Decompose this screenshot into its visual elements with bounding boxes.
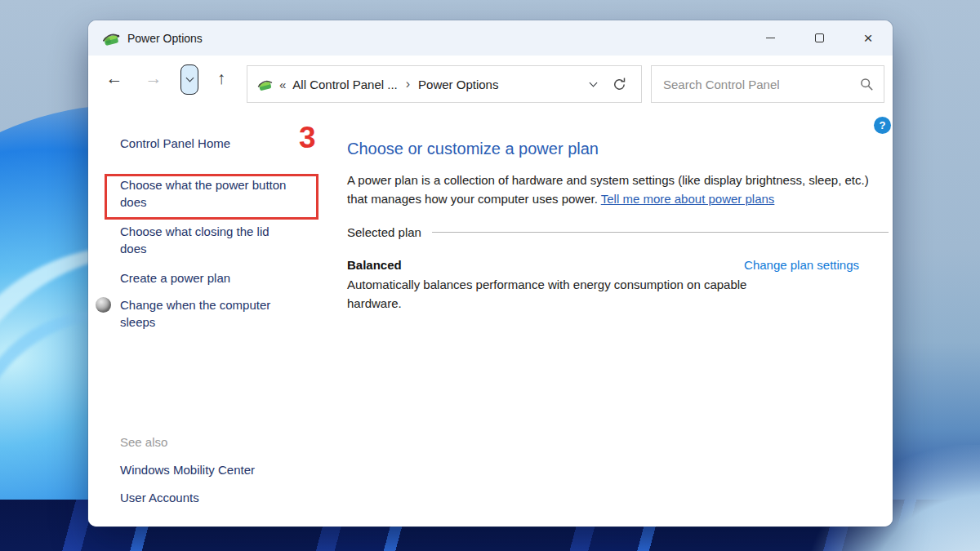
forward-button[interactable]: →: [137, 62, 170, 95]
section-divider: [432, 232, 889, 233]
plan-name: Balanced: [347, 258, 402, 272]
up-button[interactable]: ↑: [205, 62, 238, 95]
minimize-button[interactable]: [746, 20, 795, 56]
window-title: Power Options: [127, 32, 203, 45]
power-options-battery-icon: [102, 29, 120, 47]
search-input[interactable]: [663, 78, 860, 91]
up-arrow-icon: ↑: [217, 69, 226, 88]
sidebar-item-control-panel-home[interactable]: Control Panel Home: [120, 135, 296, 152]
forward-arrow-icon: →: [145, 69, 163, 88]
breadcrumb-all-control-panel[interactable]: All Control Panel ...: [292, 78, 397, 91]
question-mark-icon: ?: [880, 119, 886, 131]
sidebar-item-closing-lid[interactable]: Choose what closing the lid does: [120, 223, 296, 257]
maximize-button[interactable]: [795, 20, 844, 56]
address-bar[interactable]: « All Control Panel ... › Power Options: [247, 65, 642, 103]
close-icon: ×: [863, 30, 872, 46]
search-box: [651, 65, 884, 103]
titlebar[interactable]: Power Options ×: [88, 20, 893, 56]
main-pane: Choose or customize a power plan A power…: [347, 140, 889, 313]
plan-description: Automatically balances performance with …: [347, 275, 788, 313]
page-title: Choose or customize a power plan: [347, 140, 889, 158]
maximize-icon: [815, 33, 824, 42]
sidebar-item-create-power-plan[interactable]: Create a power plan: [120, 269, 296, 287]
desktop: Power Options × ← →: [0, 0, 980, 551]
address-dropdown-button[interactable]: [581, 83, 605, 86]
breadcrumb-separator-icon: ›: [406, 77, 410, 91]
minimize-icon: [766, 38, 775, 38]
back-button[interactable]: ←: [98, 62, 131, 95]
shield-icon: [96, 297, 111, 313]
window-controls: ×: [746, 20, 893, 56]
selected-plan-section: Selected plan: [347, 225, 889, 239]
back-arrow-icon: ←: [106, 69, 123, 88]
annotation-step-number: 3: [299, 121, 316, 155]
refresh-button[interactable]: [605, 77, 633, 92]
sidebar-item-computer-sleeps[interactable]: Change when the computer sleeps: [120, 296, 296, 331]
sidebar-item-power-button[interactable]: Choose what the power button does: [120, 176, 296, 211]
navigation-toolbar: ← → ↑ « All Control Panel: [88, 56, 893, 106]
plan-row: Balanced Change plan settings: [347, 258, 889, 272]
help-button[interactable]: ?: [874, 117, 891, 134]
see-also-heading: See also: [120, 433, 296, 451]
breadcrumb-collapse-icon[interactable]: «: [279, 78, 286, 91]
change-plan-settings-link[interactable]: Change plan settings: [744, 258, 859, 272]
breadcrumb-power-options[interactable]: Power Options: [418, 78, 498, 91]
chevron-down-icon: [589, 78, 597, 87]
sidebar-item-user-accounts[interactable]: User Accounts: [120, 489, 296, 506]
chevron-down-icon: [185, 74, 194, 82]
intro-text: A power plan is a collection of hardware…: [347, 171, 870, 208]
recent-locations-dropdown[interactable]: [180, 64, 198, 95]
sidebar-item-windows-mobility-center[interactable]: Windows Mobility Center: [120, 461, 296, 478]
tell-me-more-link[interactable]: Tell me more about power plans: [601, 192, 775, 206]
refresh-icon: [612, 77, 627, 92]
selected-plan-label: Selected plan: [347, 225, 421, 239]
search-icon[interactable]: [860, 78, 874, 91]
power-options-battery-icon: [257, 77, 273, 92]
close-button[interactable]: ×: [844, 20, 893, 56]
content-area: ? Control Panel Home Choose what the pow…: [88, 106, 893, 527]
power-options-window: Power Options × ← →: [88, 20, 893, 527]
